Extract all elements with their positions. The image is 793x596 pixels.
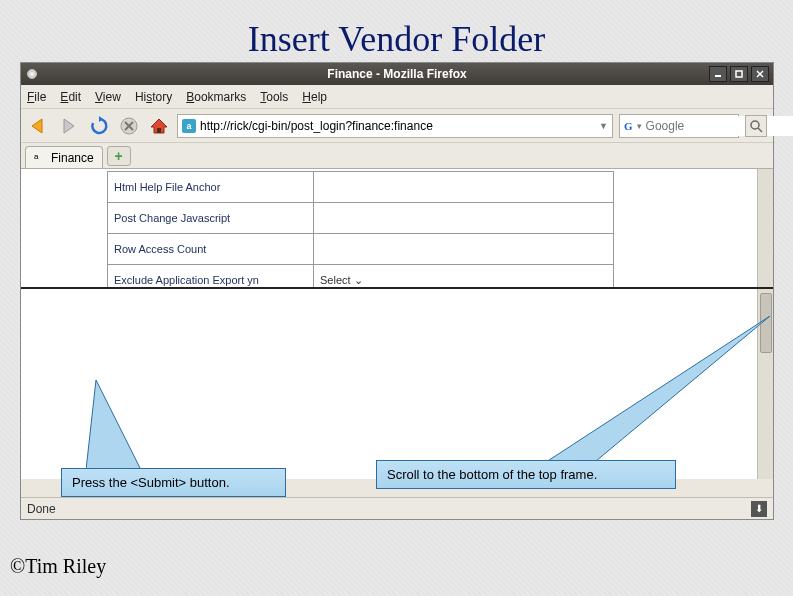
callout-submit: Press the <Submit> button. bbox=[61, 468, 286, 497]
field-label: Row Access Count bbox=[108, 234, 314, 265]
copyright-text: ©Tim Riley bbox=[10, 555, 106, 578]
menu-bar: File Edit View History Bookmarks Tools H… bbox=[21, 85, 773, 109]
reload-icon[interactable] bbox=[87, 114, 111, 138]
download-icon[interactable]: ⬇ bbox=[751, 501, 767, 517]
select-exclude-export[interactable]: Select ⌄ bbox=[320, 274, 363, 287]
slide-title: Insert Vendor Folder bbox=[0, 18, 793, 60]
menu-edit[interactable]: Edit bbox=[60, 90, 81, 104]
svg-line-13 bbox=[758, 128, 762, 132]
window-titlebar: Finance - Mozilla Firefox bbox=[21, 63, 773, 85]
callout-scroll: Scroll to the bottom of the top frame. bbox=[376, 460, 676, 489]
tab-favicon-icon: a bbox=[34, 152, 46, 164]
navigation-toolbar: a ▼ G ▾ bbox=[21, 109, 773, 143]
window-app-icon bbox=[27, 69, 37, 79]
url-history-dropdown-icon[interactable]: ▼ bbox=[599, 121, 608, 131]
back-icon[interactable] bbox=[27, 114, 51, 138]
table-row: Row Access Count bbox=[108, 234, 614, 265]
menu-view[interactable]: View bbox=[95, 90, 121, 104]
menu-bookmarks[interactable]: Bookmarks bbox=[186, 90, 246, 104]
tab-finance[interactable]: a Finance bbox=[25, 146, 103, 168]
svg-rect-1 bbox=[736, 71, 742, 77]
table-row: Html Help File Anchor bbox=[108, 172, 614, 203]
home-icon[interactable] bbox=[147, 114, 171, 138]
callout-text: Press the <Submit> button. bbox=[72, 475, 230, 490]
url-bar[interactable]: a ▼ bbox=[177, 114, 613, 138]
field-input-cell[interactable] bbox=[314, 172, 614, 203]
menu-file[interactable]: File bbox=[27, 90, 46, 104]
tab-bar: a Finance + bbox=[21, 143, 773, 169]
menu-history[interactable]: History bbox=[135, 90, 172, 104]
close-button[interactable] bbox=[751, 66, 769, 82]
svg-marker-14 bbox=[86, 380, 141, 470]
forward-icon[interactable] bbox=[57, 114, 81, 138]
site-favicon-icon: a bbox=[182, 119, 196, 133]
search-bar[interactable]: G ▾ bbox=[619, 114, 739, 138]
field-label: Post Change Javascript bbox=[108, 203, 314, 234]
stop-icon[interactable] bbox=[117, 114, 141, 138]
search-engine-dropdown-icon[interactable]: ▾ bbox=[637, 121, 642, 131]
field-input-cell[interactable] bbox=[314, 234, 614, 265]
callout-text: Scroll to the bottom of the top frame. bbox=[387, 467, 597, 482]
menu-help[interactable]: Help bbox=[302, 90, 327, 104]
svg-point-12 bbox=[751, 121, 759, 129]
status-bar: Done ⬇ bbox=[21, 497, 773, 519]
svg-marker-15 bbox=[540, 316, 770, 466]
callout-arrow-right bbox=[540, 316, 780, 476]
new-tab-button[interactable]: + bbox=[107, 146, 131, 166]
minimize-button[interactable] bbox=[709, 66, 727, 82]
search-go-button[interactable] bbox=[745, 115, 767, 137]
tab-label: Finance bbox=[51, 151, 94, 165]
svg-rect-11 bbox=[157, 128, 161, 133]
svg-marker-5 bbox=[64, 119, 74, 133]
google-icon: G bbox=[624, 119, 633, 133]
field-input-cell[interactable] bbox=[314, 203, 614, 234]
svg-marker-4 bbox=[32, 119, 42, 133]
table-row: Post Change Javascript bbox=[108, 203, 614, 234]
status-text: Done bbox=[27, 502, 56, 516]
field-label: Html Help File Anchor bbox=[108, 172, 314, 203]
maximize-button[interactable] bbox=[730, 66, 748, 82]
search-input[interactable] bbox=[646, 116, 793, 136]
window-controls bbox=[709, 66, 769, 82]
chevron-down-icon: ⌄ bbox=[354, 274, 363, 287]
window-title: Finance - Mozilla Firefox bbox=[327, 67, 466, 81]
menu-tools[interactable]: Tools bbox=[260, 90, 288, 104]
url-input[interactable] bbox=[200, 116, 595, 136]
